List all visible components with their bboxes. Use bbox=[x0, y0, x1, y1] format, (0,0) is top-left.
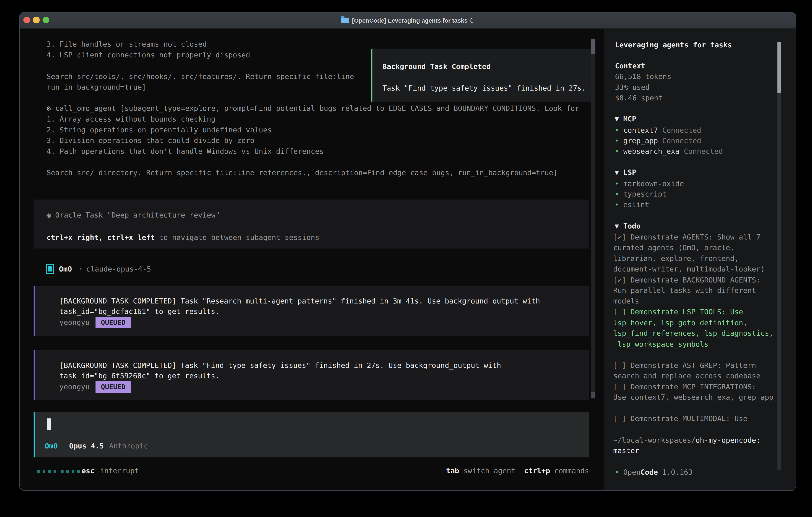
chevron-down-icon: ▼ bbox=[615, 115, 619, 123]
todo-item-line: [✓] Demonstrate AGENTS: Show all 7 bbox=[613, 232, 760, 243]
oracle-hint-rest: to navigate between subagent sessions bbox=[155, 233, 319, 242]
message-text-line: [BACKGROUND TASK COMPLETED] Task "Resear… bbox=[59, 296, 540, 306]
background-task-message: [BACKGROUND TASK COMPLETED] Task "Find t… bbox=[34, 350, 589, 400]
toast-body: Task "Find type safety issues" finished … bbox=[382, 83, 586, 93]
spinner-dots bbox=[37, 470, 83, 473]
bullet-icon: • bbox=[615, 180, 619, 188]
bullet-icon: • bbox=[615, 137, 619, 145]
workspace-branch: master bbox=[613, 445, 639, 456]
lsp-item: • markdown-oxide bbox=[615, 178, 684, 189]
window-title-group: [OpenCode] Leveraging agents for tasks ☾ bbox=[20, 12, 795, 28]
prompt-input[interactable]: OmO Opus 4.5 Anthropic bbox=[34, 412, 589, 457]
lsp-item: • eslint bbox=[615, 199, 649, 210]
esc-key-hint: esc bbox=[82, 465, 94, 476]
background-task-toast[interactable]: Background Task Completed Task "Find typ… bbox=[371, 49, 593, 102]
scrollback-line: run_in_background=true] bbox=[47, 82, 146, 92]
todo-item-line: curated agents (OmO, oracle, bbox=[613, 242, 734, 253]
bullet-icon: • bbox=[615, 147, 619, 155]
todo-item-line-active: lsp_hover, lsp_goto_definition, bbox=[613, 318, 748, 328]
sidebar-scrollbar-thumb[interactable] bbox=[777, 42, 781, 93]
bullet-icon: • bbox=[615, 190, 619, 198]
input-provider-name: Anthropic bbox=[109, 441, 148, 452]
message-text-line: task_id="bg_6f59260c" to get results. bbox=[59, 371, 220, 381]
chat-scrollbar-thumb[interactable] bbox=[591, 38, 596, 54]
bullet-icon: • bbox=[615, 126, 619, 134]
lsp-item: • typescript bbox=[615, 189, 667, 199]
context-spent: $0.46 spent bbox=[615, 92, 663, 103]
agent-name: OmO bbox=[59, 264, 72, 274]
text-cursor bbox=[47, 418, 51, 430]
todo-item-line-active: lsp_workspace_symbols bbox=[613, 339, 708, 350]
todo-item-line: [✓] Demonstrate BACKGROUND AGENTS: bbox=[613, 275, 760, 285]
tool-call-line: 4. Path operations that don't handle Win… bbox=[47, 146, 324, 157]
todo-item-line: librarian, explore, frontend, bbox=[613, 253, 739, 264]
context-used: 33% used bbox=[615, 82, 649, 93]
chat-scrollbar-thumb[interactable] bbox=[591, 392, 596, 399]
queued-status-badge: QUEUED bbox=[95, 381, 131, 393]
mcp-section-header[interactable]: ▼ MCP bbox=[615, 113, 636, 124]
todo-item-line: document-writer, multimodal-looker) bbox=[613, 264, 765, 274]
chevron-down-icon: ▼ bbox=[615, 222, 619, 230]
mcp-item: • grep_app Connected bbox=[615, 135, 701, 146]
ctrl-p-key-hint: ctrl+p bbox=[524, 467, 550, 475]
window-title: [OpenCode] Leveraging agents for tasks ☾ bbox=[352, 17, 475, 24]
queued-status-badge: QUEUED bbox=[95, 317, 131, 328]
sidebar-scrollbar[interactable] bbox=[777, 42, 781, 470]
message-text-line: task_id="bg_dcfac161" to get results. bbox=[59, 306, 220, 317]
statusbar-right: tab switch agent ctrl+p commands bbox=[427, 465, 589, 476]
todo-section-header[interactable]: ▼ Todo bbox=[615, 221, 641, 232]
background-task-message: [BACKGROUND TASK COMPLETED] Task "Resear… bbox=[34, 286, 589, 336]
chevron-down-icon: ▼ bbox=[615, 168, 619, 176]
lsp-section-header[interactable]: ▼ LSP bbox=[615, 167, 636, 178]
toast-title: Background Task Completed bbox=[382, 61, 491, 72]
oracle-task-line: ◉ Oracle Task "Deep architecture review" bbox=[47, 210, 220, 220]
sidebar-session-title: Leveraging agents for tasks bbox=[615, 39, 732, 50]
todo-item-line: Use context7, websearch_exa, grep_app bbox=[613, 392, 774, 403]
mcp-item: • websearch_exa Connected bbox=[615, 146, 723, 157]
todo-item-line: [ ] Demonstrate AST-GREP: Pattern bbox=[613, 360, 756, 371]
message-author: yeongyu bbox=[59, 381, 90, 392]
input-agent-name: OmO bbox=[45, 441, 58, 452]
todo-item-line: [ ] Demonstrate MCP INTEGRATIONS: bbox=[613, 381, 756, 392]
scrollback-line: 4. LSP client connections not properly d… bbox=[47, 50, 250, 60]
folder-icon bbox=[341, 18, 349, 23]
esc-key-label: interrupt bbox=[100, 465, 139, 476]
bullet-icon: • bbox=[615, 468, 619, 476]
scrollback-line: 3. File handles or streams not closed bbox=[47, 39, 207, 50]
tool-call-line: 1. Array access without bounds checking bbox=[47, 114, 215, 125]
message-author: yeongyu bbox=[59, 317, 90, 328]
screen: { "window": { "title": "[OpenCode] Lever… bbox=[0, 0, 812, 517]
bullet-icon: • bbox=[615, 200, 619, 209]
opencode-version: • OpenCode 1.0.163 bbox=[615, 467, 693, 478]
tab-key-label: switch agent bbox=[463, 467, 515, 475]
input-model-name: Opus 4.5 bbox=[69, 441, 104, 452]
tool-call-line: Search src/ directory. Return specific f… bbox=[47, 167, 558, 178]
opencode-window: [OpenCode] Leveraging agents for tasks ☾… bbox=[19, 12, 796, 491]
tool-call-line: ⚙ call_omo_agent [subagent_type=explore,… bbox=[47, 103, 579, 114]
todo-item-line-active: [ ] Demonstrate LSP TOOLS: Use bbox=[613, 306, 743, 317]
agent-icon bbox=[46, 264, 54, 274]
chat-scrollbar[interactable] bbox=[591, 38, 596, 399]
message-text-line: [BACKGROUND TASK COMPLETED] Task "Find t… bbox=[59, 360, 501, 371]
todo-item-line: search and replace across codebase bbox=[613, 371, 760, 381]
scrollback-line: Search src/tools/, src/hooks/, src/featu… bbox=[47, 71, 354, 82]
tab-key-hint: tab bbox=[446, 467, 459, 475]
oracle-hint-keys: ctrl+x right, ctrl+x left bbox=[47, 233, 155, 242]
tool-call-line: 2. String operations on potentially unde… bbox=[47, 125, 272, 135]
oracle-hint-line: ctrl+x right, ctrl+x left to navigate be… bbox=[47, 232, 319, 243]
workspace-path: ~/local-workspaces/oh-my-opencode: bbox=[613, 435, 760, 446]
context-heading: Context bbox=[615, 61, 645, 71]
todo-item-line: models bbox=[613, 296, 639, 306]
agent-separator: · bbox=[78, 264, 83, 274]
agent-model: claude-opus-4-5 bbox=[86, 264, 151, 274]
ctrl-p-key-label: commands bbox=[554, 467, 589, 475]
mcp-item: • context7 Connected bbox=[615, 125, 701, 136]
context-tokens: 66,518 tokens bbox=[615, 71, 671, 82]
tool-call-line: 3. Division operations that could divide… bbox=[47, 135, 254, 146]
todo-item-line: [ ] Demonstrate MULTIMODAL: Use bbox=[613, 413, 748, 424]
todo-item-line: Run parallel tasks with different bbox=[613, 285, 756, 296]
gear-icon: ⚙ bbox=[47, 104, 51, 112]
titlebar: [OpenCode] Leveraging agents for tasks ☾ bbox=[20, 12, 795, 29]
todo-item-line-active: lsp_find_references, lsp_diagnostics, bbox=[613, 328, 774, 339]
